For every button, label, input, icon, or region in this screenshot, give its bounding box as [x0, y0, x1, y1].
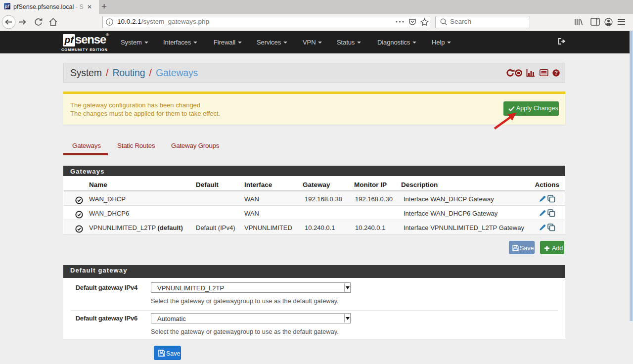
svg-text:i: i	[109, 20, 110, 25]
svg-text:pf: pf	[4, 3, 10, 9]
svg-text:?: ?	[554, 70, 558, 76]
